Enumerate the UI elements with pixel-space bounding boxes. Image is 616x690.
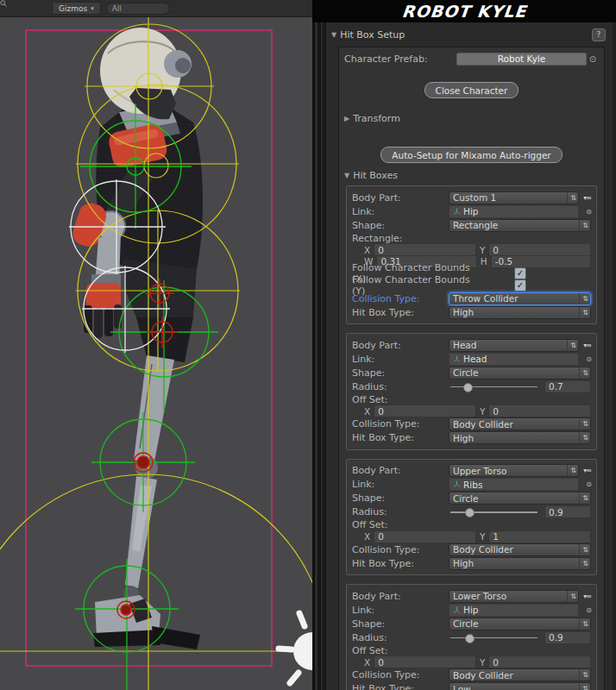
hit-box-group-custom-1: Body Part: Custom 1 ⇅ ▾≡ Link: Hip xyxy=(346,185,597,324)
hit-box-group-head: Body Part: Head ⇅ ▾≡ Link: Head ⊙ xyxy=(346,333,597,450)
presets-icon[interactable]: ▾≡ xyxy=(579,194,591,202)
dropdown-arrows-icon: ⇅ xyxy=(579,293,588,304)
follow-bounds-x-checkbox[interactable]: ✓ xyxy=(514,267,526,279)
collision-type-label: Collision Type: xyxy=(352,544,449,555)
auto-setup-button[interactable]: Auto-Setup for Mixamo Auto-rigger xyxy=(380,147,562,163)
scene-search-input[interactable]: All xyxy=(106,3,170,15)
body-part-dropdown[interactable]: Upper Torso ⇅ xyxy=(449,464,579,477)
body-part-dropdown[interactable]: Head ⇅ xyxy=(449,339,579,352)
rectangle-label: Rectangle: xyxy=(352,233,449,244)
scene-viewport[interactable] xyxy=(0,0,312,690)
follow-bounds-y-checkbox[interactable]: ✓ xyxy=(514,279,526,292)
y-label: Y xyxy=(480,531,485,542)
close-character-button[interactable]: Close Character xyxy=(424,82,519,98)
object-picker-icon[interactable]: ⊙ xyxy=(579,208,591,216)
body-part-label: Body Part: xyxy=(352,591,449,602)
radius-slider[interactable] xyxy=(449,632,539,643)
transform-axis-icon xyxy=(453,208,461,216)
transform-foldout[interactable]: ▶ Transform xyxy=(344,112,599,124)
search-icon xyxy=(0,0,7,7)
hit-box-type-dropdown[interactable]: High ⇅ xyxy=(449,306,591,319)
presets-icon[interactable]: ▾≡ xyxy=(579,467,591,474)
scene-toolbar: Gizmos ▾ All xyxy=(0,0,312,17)
shape-dropdown[interactable]: Rectangle ⇅ xyxy=(449,219,591,232)
transform-axis-icon xyxy=(453,606,461,614)
offset-x-field[interactable]: 0 xyxy=(374,530,476,543)
radius-value-field[interactable]: 0.9 xyxy=(544,505,591,518)
collision-type-label: Collision Type: xyxy=(352,418,449,430)
hit-box-setup-foldout[interactable]: Hit Box Setup xyxy=(340,29,405,41)
dropdown-arrows-icon: ⇅ xyxy=(579,367,588,379)
hit-box-setup-inspector: ▼ Hit Box Setup ? Character Prefab: Robo… xyxy=(326,22,616,690)
radius-slider[interactable] xyxy=(449,506,539,518)
collision-type-label: Collision Type: xyxy=(352,669,449,681)
link-object-field[interactable]: Hip xyxy=(449,604,579,617)
link-object-field[interactable]: Ribs xyxy=(449,478,579,491)
dropdown-arrows-icon: ⇅ xyxy=(567,340,576,351)
window-title-bar: ROBOT KYLE xyxy=(312,0,616,22)
shape-label: Shape: xyxy=(352,618,449,630)
transform-axis-icon xyxy=(453,480,461,488)
link-label: Link: xyxy=(352,605,449,616)
scene-view[interactable]: Gizmos ▾ All xyxy=(0,0,312,690)
offset-y-field[interactable]: 0 xyxy=(488,405,591,417)
hit-box-type-dropdown[interactable]: Low ⇅ xyxy=(449,682,591,690)
link-object-field[interactable]: Head xyxy=(449,353,579,366)
x-label: X xyxy=(364,531,370,542)
x-label: X xyxy=(364,657,370,668)
hit-box-type-label: Hit Box Type: xyxy=(352,432,449,443)
page-title: ROBOT KYLE xyxy=(401,2,528,21)
collision-type-dropdown[interactable]: Throw Collider ⇅ xyxy=(449,292,591,305)
dropdown-arrows-icon: ⇅ xyxy=(579,307,588,318)
collision-type-dropdown[interactable]: Body Collider ⇅ xyxy=(449,543,591,556)
hit-box-type-dropdown[interactable]: High ⇅ xyxy=(449,431,591,444)
panel-splitter[interactable] xyxy=(312,22,326,690)
radius-slider[interactable] xyxy=(449,381,539,392)
link-label: Link: xyxy=(352,354,449,365)
presets-icon[interactable]: ▾≡ xyxy=(579,342,591,349)
y-label: Y xyxy=(480,406,485,417)
y-label: Y xyxy=(480,657,485,668)
shape-label: Shape: xyxy=(352,492,449,504)
object-picker-icon[interactable]: ⊙ xyxy=(587,54,599,64)
foldout-open-icon[interactable]: ▼ xyxy=(331,31,336,39)
body-part-dropdown[interactable]: Custom 1 ⇅ xyxy=(449,191,579,204)
hit-box-type-dropdown[interactable]: High ⇅ xyxy=(449,557,591,570)
collision-type-dropdown[interactable]: Body Collider ⇅ xyxy=(449,417,591,430)
offset-x-field[interactable]: 0 xyxy=(374,656,476,668)
collision-type-dropdown[interactable]: Body Collider ⇅ xyxy=(449,668,591,681)
shape-dropdown[interactable]: Circle ⇅ xyxy=(449,492,591,505)
dropdown-arrows-icon: ⇅ xyxy=(567,591,576,602)
object-picker-icon[interactable]: ⊙ xyxy=(579,480,591,488)
radius-label: Radius: xyxy=(352,381,449,392)
shape-dropdown[interactable]: Circle ⇅ xyxy=(449,618,591,630)
gizmos-dropdown[interactable]: Gizmos ▾ xyxy=(52,2,101,15)
body-part-dropdown[interactable]: Lower Torso ⇅ xyxy=(449,590,579,603)
object-picker-icon[interactable]: ⊙ xyxy=(579,606,591,614)
dropdown-arrows-icon: ⇅ xyxy=(567,465,576,476)
rect-h-field[interactable]: -0.5 xyxy=(491,255,591,268)
body-part-label: Body Part: xyxy=(352,340,449,351)
link-object-field[interactable]: Hip xyxy=(449,205,579,218)
radius-value-field[interactable]: 0.7 xyxy=(544,380,591,393)
hit-box-group-lower-torso: Body Part: Lower Torso ⇅ ▾≡ Link: Hip xyxy=(346,584,597,690)
offset-y-field[interactable]: 1 xyxy=(488,530,591,543)
offset-y-field[interactable]: 0 xyxy=(488,656,591,668)
hit-boxes-foldout[interactable]: ▼ Hit Boxes xyxy=(344,169,599,181)
radius-label: Radius: xyxy=(352,506,449,518)
dropdown-arrows-icon: ⇅ xyxy=(567,192,576,204)
help-button[interactable]: ? xyxy=(592,28,606,41)
dropdown-arrows-icon: ⇅ xyxy=(579,618,588,630)
character-prefab-field[interactable]: Robot Kyle xyxy=(456,53,587,66)
hit-box-setup-body: Character Prefab: Robot Kyle ⊙ Close Cha… xyxy=(338,47,605,690)
radius-value-field[interactable]: 0.9 xyxy=(544,631,591,644)
shape-dropdown[interactable]: Circle ⇅ xyxy=(449,367,591,380)
body-part-label: Body Part: xyxy=(352,465,449,476)
dropdown-arrows-icon: ⇅ xyxy=(579,418,588,430)
object-picker-icon[interactable]: ⊙ xyxy=(579,355,591,363)
presets-icon[interactable]: ▾≡ xyxy=(579,593,591,600)
y-label: Y xyxy=(480,245,485,255)
shape-label: Shape: xyxy=(352,220,449,231)
dropdown-arrows-icon: ⇅ xyxy=(579,220,588,231)
offset-x-field[interactable]: 0 xyxy=(374,405,476,417)
